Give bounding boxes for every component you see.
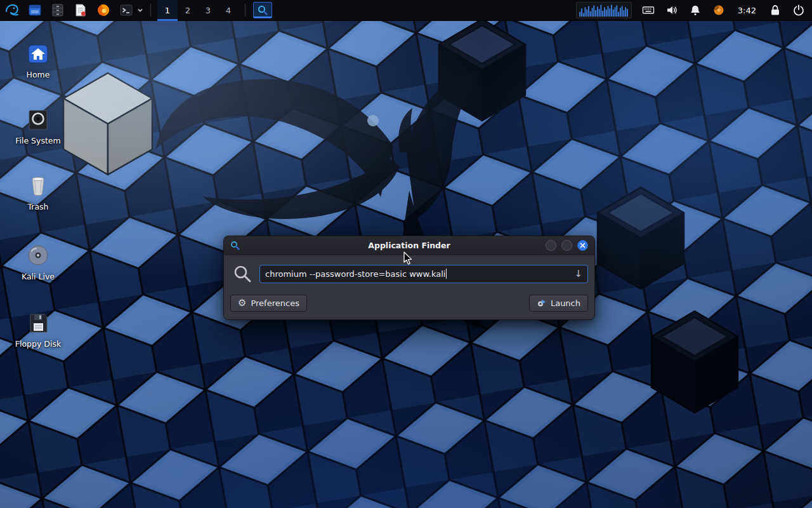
text-caret [446, 269, 447, 279]
workspace-switcher: 1 2 3 4 [157, 0, 239, 21]
maximize-button[interactable] [561, 240, 572, 251]
desktop-icon-label: Floppy Disk [8, 339, 69, 349]
logout-power-icon[interactable] [792, 3, 806, 18]
desktop-icon-label: Home [8, 70, 69, 79]
desktop-icon-floppy-disk[interactable]: Floppy Disk [8, 309, 69, 349]
gear-icon: ⚙ [238, 298, 246, 308]
system-monitor-graph [576, 2, 632, 18]
kali-menu-icon[interactable] [4, 3, 20, 18]
text-editor-icon[interactable] [73, 3, 88, 18]
terminal-icon[interactable] [119, 3, 134, 18]
history-dropdown-arrow-icon[interactable]: ↓ [574, 269, 582, 279]
panel-clock[interactable]: 3:42 [738, 6, 756, 15]
panel-launchers [0, 3, 144, 18]
keyboard-layout-icon[interactable] [641, 3, 655, 18]
top-panel: 1 2 3 4 [0, 0, 812, 21]
taskbar-application-finder-button[interactable] [253, 2, 272, 18]
window-app-magnifier-icon [230, 241, 240, 250]
desktop-icon-label: Trash [8, 202, 69, 211]
lock-screen-icon[interactable] [768, 3, 782, 18]
terminal-dropdown-chevron-icon[interactable] [136, 3, 144, 18]
status-orange-icon[interactable] [712, 3, 726, 18]
desktop-icon-home[interactable]: Home [8, 39, 69, 79]
workspace-3[interactable]: 3 [198, 0, 218, 21]
workspace-4[interactable]: 4 [218, 0, 239, 21]
titlebar[interactable]: Application Finder [224, 236, 594, 255]
preferences-button[interactable]: ⚙ Preferences [230, 295, 307, 312]
desktop-icon-label: Kali Live [8, 272, 69, 281]
hard-drive-icon [8, 105, 69, 131]
app-finder-magnifier-icon [257, 4, 268, 16]
disc-icon [8, 241, 69, 267]
close-button[interactable] [577, 240, 588, 251]
launch-button[interactable]: Launch [529, 295, 588, 312]
search-icon [233, 264, 252, 283]
window-title: Application Finder [224, 241, 594, 250]
desktop-icon-trash[interactable]: Trash [8, 171, 69, 211]
desktop: 1 2 3 4 [0, 0, 812, 508]
minimize-button[interactable] [546, 240, 556, 251]
volume-icon[interactable] [665, 3, 679, 18]
firefox-icon[interactable] [96, 3, 111, 18]
desktop-icon-kali-live[interactable]: Kali Live [8, 241, 69, 281]
button-row: ⚙ Preferences Launch [224, 290, 594, 319]
search-input[interactable]: chromium --password-store=basic www.kali… [259, 265, 588, 283]
panel-status-area: 3:42 [576, 2, 812, 18]
file-cabinet-icon[interactable] [50, 3, 65, 18]
search-input-value: chromium --password-store=basic www.kali [265, 269, 445, 279]
desktop-icon-label: File System [8, 136, 69, 145]
workspace-1[interactable]: 1 [157, 0, 178, 21]
preferences-button-label: Preferences [251, 298, 299, 308]
desktop-icon-file-system[interactable]: File System [8, 105, 69, 145]
file-manager-icon[interactable] [27, 3, 43, 18]
notifications-bell-icon[interactable] [688, 3, 702, 18]
run-icon [537, 298, 546, 308]
application-finder-window: Application Finder chromium --password-s… [223, 236, 595, 320]
home-icon [8, 39, 69, 65]
trash-icon [8, 171, 69, 197]
workspace-2[interactable]: 2 [178, 0, 198, 21]
floppy-icon [8, 309, 69, 334]
titlebar-buttons [546, 240, 594, 251]
panel-separator [245, 4, 246, 17]
panel-separator [150, 4, 151, 17]
launch-button-label: Launch [551, 298, 580, 308]
close-icon [580, 243, 586, 248]
search-row: chromium --password-store=basic www.kali… [224, 255, 594, 290]
